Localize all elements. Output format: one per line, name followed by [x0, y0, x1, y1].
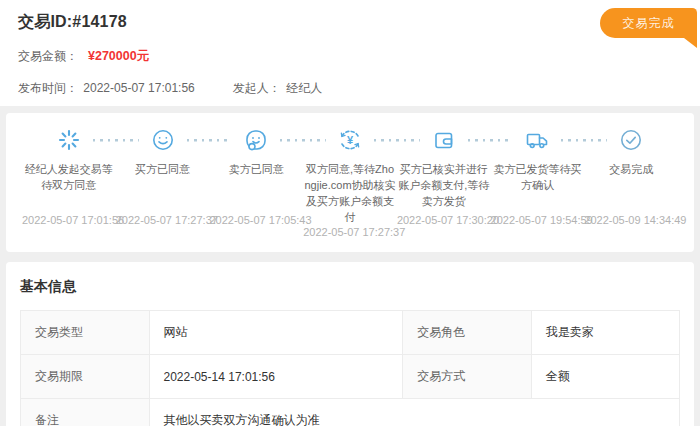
cell-value: 网站 [149, 311, 403, 355]
amount-row: 交易金额： ¥270000元 [18, 48, 682, 65]
cell-value: 2022-05-14 17:01:56 [149, 355, 403, 399]
burst-icon [57, 128, 81, 152]
table-row: 交易期限 2022-05-14 17:01:56 交易方式 全额 [21, 355, 680, 399]
check-circle-icon [619, 128, 643, 152]
step-label: 买方已核实并进行账户余额支付,等待卖方发货 [397, 162, 491, 214]
section-heading: 基本信息 [20, 278, 680, 296]
amount-value: ¥270000元 [88, 48, 149, 65]
step-date: 2022-05-09 14:34:49 [584, 214, 678, 226]
step-date: 2022-05-07 17:27:37 [303, 226, 397, 238]
publish-time: 发布时间： 2022-05-07 17:01:56 [18, 80, 195, 97]
table-row: 交易类型 网站 交易角色 我是卖家 [21, 311, 680, 355]
initiator: 发起人： 经纪人 [233, 80, 322, 97]
truck-icon [525, 128, 549, 152]
meta-row: 发布时间： 2022-05-07 17:01:56 发起人： 经纪人 [18, 80, 682, 97]
step-date: 2022-05-07 17:27:37 [116, 214, 210, 226]
step-label: 卖方已同意 [209, 162, 303, 214]
cell-label: 交易方式 [403, 355, 532, 399]
step-label: 双方同意,等待Zhongjie.com协助核实及买方账户余额支付 [303, 162, 397, 226]
trade-header-card: 交易ID:#14178 交易完成 交易金额： ¥270000元 发布时间： 20… [0, 0, 700, 106]
timeline-step-5: 买方已核实并进行账户余额支付,等待卖方发货 2022-05-07 17:30:2… [397, 127, 491, 238]
timeline-step-7: 交易完成 2022-05-09 14:34:49 [584, 127, 678, 238]
publish-time-value: 2022-05-07 17:01:56 [83, 81, 194, 95]
timeline-step-3: 卖方已同意 2022-05-07 17:05:43 [209, 127, 303, 238]
step-label: 买方已同意 [116, 162, 210, 214]
initiator-label: 发起人： [233, 81, 281, 95]
basic-info-card: 基本信息 交易类型 网站 交易角色 我是卖家 交易期限 2022-05-14 1… [6, 262, 694, 426]
basic-info-table: 交易类型 网站 交易角色 我是卖家 交易期限 2022-05-14 17:01:… [20, 310, 680, 426]
timeline-step-2: 买方已同意 2022-05-07 17:27:37 [116, 127, 210, 238]
timeline-step-1: 经纪人发起交易等待双方同意 2022-05-07 17:01:56 [22, 127, 116, 238]
step-date: 2022-05-07 17:30:20 [397, 214, 491, 226]
cell-label: 备注 [21, 399, 150, 426]
cell-value: 全额 [531, 355, 679, 399]
step-label: 经纪人发起交易等待双方同意 [22, 162, 116, 214]
yen-exchange-icon: ¥ [338, 128, 362, 152]
smile-icon [151, 128, 175, 152]
initiator-value: 经纪人 [286, 81, 322, 95]
step-label: 卖方已发货等待买方确认 [491, 162, 585, 214]
timeline-steps: 经纪人发起交易等待双方同意 2022-05-07 17:01:56 买方已同意 … [22, 127, 678, 238]
amount-label: 交易金额： [18, 48, 78, 65]
svg-text:¥: ¥ [347, 134, 354, 146]
step-date: 2022-05-07 19:54:59 [491, 214, 585, 226]
page-title: 交易ID:#14178 [18, 12, 682, 33]
smile-hand-icon [244, 128, 268, 152]
timeline-step-4: ¥ 双方同意,等待Zhongjie.com协助核实及买方账户余额支付 2022-… [303, 127, 397, 238]
timeline-card: 经纪人发起交易等待双方同意 2022-05-07 17:01:56 买方已同意 … [6, 113, 694, 252]
step-label: 交易完成 [584, 162, 678, 214]
cell-label: 交易期限 [21, 355, 150, 399]
cell-value: 我是卖家 [531, 311, 679, 355]
step-date: 2022-05-07 17:01:56 [22, 214, 116, 226]
cell-label: 交易角色 [403, 311, 532, 355]
wallet-icon [432, 128, 456, 152]
cell-label: 交易类型 [21, 311, 150, 355]
publish-time-label: 发布时间： [18, 81, 78, 95]
table-row: 备注 其他以买卖双方沟通确认为准 [21, 399, 680, 426]
cell-value: 其他以买卖双方沟通确认为准 [149, 399, 680, 426]
step-date: 2022-05-07 17:05:43 [209, 214, 303, 226]
timeline-step-6: 卖方已发货等待买方确认 2022-05-07 19:54:59 [491, 127, 585, 238]
status-badge: 交易完成 [600, 8, 697, 38]
